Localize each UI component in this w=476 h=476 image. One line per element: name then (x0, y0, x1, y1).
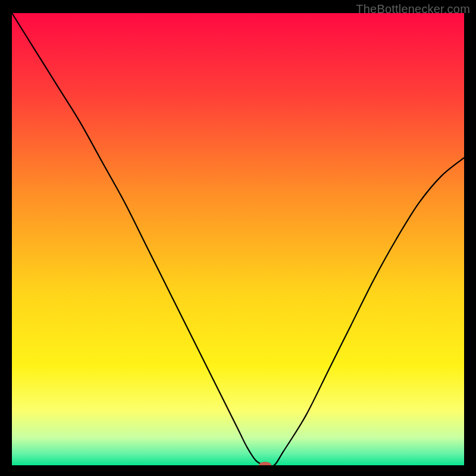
chart-svg (12, 13, 464, 465)
chart-frame: TheBottlenecker.com (0, 0, 476, 476)
attribution-text: TheBottlenecker.com (356, 2, 470, 16)
plot-area (12, 13, 464, 465)
